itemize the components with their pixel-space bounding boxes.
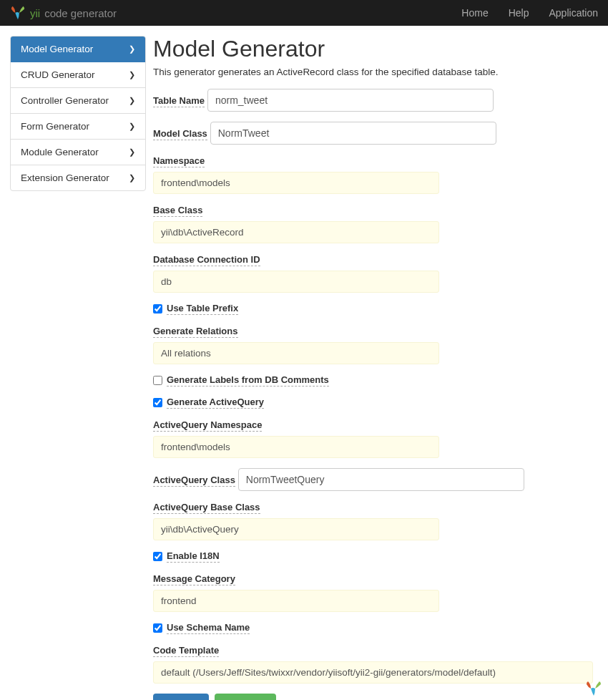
sidebar-item-label: Extension Generator bbox=[21, 172, 109, 183]
page-lead: This generator generates an ActiveRecord… bbox=[153, 67, 593, 77]
checkbox-table-prefix[interactable] bbox=[153, 304, 162, 313]
static-gen-relations[interactable]: All relations bbox=[153, 342, 439, 364]
sidebar-item-label: Model Generator bbox=[21, 44, 93, 54]
brand[interactable]: yii code generator bbox=[10, 5, 117, 21]
chevron-right-icon: ❯ bbox=[129, 147, 135, 157]
label-aq-ns: ActiveQuery Namespace bbox=[153, 419, 262, 432]
page-title: Model Generator bbox=[153, 36, 593, 62]
brand-sub: code generator bbox=[44, 7, 117, 19]
label-namespace: Namespace bbox=[153, 155, 205, 167]
input-aq-class[interactable] bbox=[238, 468, 524, 491]
static-aq-ns[interactable]: frontend\models bbox=[153, 436, 439, 458]
sidebar-item-label: CRUD Generator bbox=[21, 69, 95, 80]
main-content: Model Generator This generator generates… bbox=[153, 36, 593, 700]
input-model-class[interactable] bbox=[210, 122, 496, 145]
label-schema: Use Schema Name bbox=[167, 622, 250, 634]
static-msg-cat[interactable]: frontend bbox=[153, 590, 439, 612]
chevron-right-icon: ❯ bbox=[129, 70, 135, 79]
sidebar-item-3[interactable]: Form Generator❯ bbox=[11, 114, 145, 140]
label-aq-class: ActiveQuery Class bbox=[153, 475, 235, 487]
static-template[interactable]: default (/Users/Jeff/Sites/twixxr/vendor… bbox=[153, 661, 593, 684]
label-gen-relations: Generate Relations bbox=[153, 326, 238, 338]
label-gen-aq: Generate ActiveQuery bbox=[167, 397, 264, 409]
brand-name: yii bbox=[30, 7, 40, 19]
label-table-prefix: Use Table Prefix bbox=[167, 303, 238, 315]
sidebar-item-0[interactable]: Model Generator❯ bbox=[11, 37, 145, 62]
label-i18n: Enable I18N bbox=[167, 550, 220, 563]
sidebar-item-label: Module Generator bbox=[21, 147, 99, 157]
label-aq-base: ActiveQuery Base Class bbox=[153, 502, 260, 514]
static-aq-base[interactable]: yii\db\ActiveQuery bbox=[153, 518, 439, 540]
label-model-class: Model Class bbox=[153, 128, 207, 140]
checkbox-i18n[interactable] bbox=[153, 552, 162, 561]
checkbox-gen-aq[interactable] bbox=[153, 398, 162, 407]
sidebar: Model Generator❯CRUD Generator❯Controlle… bbox=[10, 36, 146, 700]
nav-help[interactable]: Help bbox=[509, 7, 529, 19]
label-template: Code Template bbox=[153, 645, 219, 657]
chevron-right-icon: ❯ bbox=[129, 122, 135, 131]
label-table-name: Table Name bbox=[153, 95, 205, 107]
checkbox-gen-labels[interactable] bbox=[153, 376, 162, 385]
sidebar-item-5[interactable]: Extension Generator❯ bbox=[11, 165, 145, 190]
chevron-right-icon: ❯ bbox=[129, 44, 135, 54]
sidebar-item-label: Form Generator bbox=[21, 121, 89, 132]
chevron-right-icon: ❯ bbox=[129, 173, 135, 183]
input-table-name[interactable] bbox=[207, 89, 494, 112]
preview-button[interactable]: Preview bbox=[153, 694, 209, 700]
nav-home[interactable]: Home bbox=[461, 7, 488, 19]
label-base-class: Base Class bbox=[153, 205, 202, 217]
yii-logo-icon bbox=[10, 5, 26, 21]
sidebar-item-1[interactable]: CRUD Generator❯ bbox=[11, 62, 145, 88]
yii-footer-icon bbox=[582, 680, 605, 697]
generate-button[interactable]: Generate bbox=[215, 694, 276, 700]
label-msg-cat: Message Category bbox=[153, 573, 235, 585]
static-namespace[interactable]: frontend\models bbox=[153, 172, 439, 194]
static-base-class[interactable]: yii\db\ActiveRecord bbox=[153, 221, 439, 243]
chevron-right-icon: ❯ bbox=[129, 96, 135, 105]
sidebar-item-2[interactable]: Controller Generator❯ bbox=[11, 88, 145, 114]
static-db-conn[interactable]: db bbox=[153, 271, 439, 293]
checkbox-schema[interactable] bbox=[153, 623, 162, 633]
nav-app[interactable]: Application bbox=[549, 7, 599, 19]
navbar: yii code generator Home Help Application bbox=[0, 0, 608, 26]
label-db-conn: Database Connection ID bbox=[153, 254, 260, 266]
nav-links: Home Help Application bbox=[461, 7, 598, 19]
sidebar-item-label: Controller Generator bbox=[21, 95, 109, 106]
label-gen-labels: Generate Labels from DB Comments bbox=[167, 374, 329, 387]
sidebar-item-4[interactable]: Module Generator❯ bbox=[11, 140, 145, 165]
